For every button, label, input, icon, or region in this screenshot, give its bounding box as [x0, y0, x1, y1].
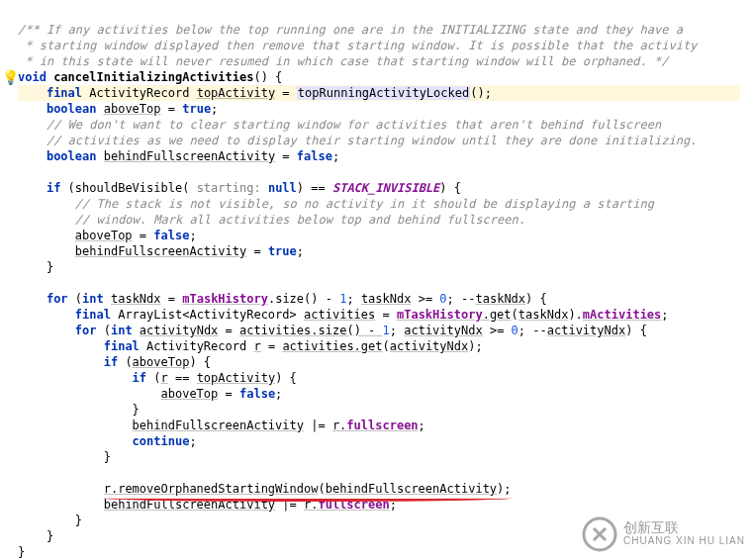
keyword-false: false: [297, 149, 332, 163]
field: mTaskHistory: [397, 308, 483, 322]
var: activityNdx: [140, 324, 218, 337]
text: =: [261, 339, 283, 353]
text: ) {: [525, 292, 547, 306]
text: ;: [189, 434, 196, 448]
brace: }: [75, 513, 82, 527]
var: aboveTop: [75, 229, 133, 242]
comment-line: // We don't want to clear starting windo…: [47, 118, 661, 132]
type: ActivityRecord: [89, 86, 189, 100]
keyword-void: void: [18, 70, 47, 84]
comment-line: // window. Mark all activities below top…: [75, 213, 525, 227]
brace: }: [47, 529, 53, 543]
number: 1: [383, 324, 390, 337]
text: (: [96, 324, 110, 337]
text: ;: [390, 324, 404, 337]
text: );: [468, 339, 482, 353]
logo-text-top: 创新互联: [623, 519, 679, 535]
var: aboveTop: [133, 355, 190, 369]
text: ; --: [518, 324, 547, 337]
brace: }: [18, 545, 25, 559]
comment-line: /** If any activities below the top runn…: [18, 23, 683, 37]
field: fullscreen: [346, 419, 418, 432]
text: (: [118, 355, 132, 369]
type: ArrayList<ActivityRecord>: [118, 308, 297, 322]
text: (: [383, 339, 390, 353]
text: ;: [346, 292, 360, 306]
logo-icon: [582, 516, 617, 552]
text: ;: [332, 149, 339, 163]
comment-line: * in this state will never resumed in wh…: [18, 54, 668, 68]
text: (: [318, 482, 325, 496]
keyword-if: if: [47, 181, 60, 195]
keyword-int: int: [111, 324, 133, 337]
var: topActivity: [197, 86, 275, 100]
method-call: activities.get: [282, 339, 382, 353]
field: mActivities: [583, 308, 661, 322]
text: ) {: [275, 371, 297, 385]
var: aboveTop: [104, 102, 161, 116]
keyword-boolean: boolean: [47, 149, 97, 163]
var: behindFullscreenActivity: [133, 419, 304, 432]
text: ;: [297, 244, 304, 258]
text: (: [512, 308, 518, 322]
var: behindFullscreenActivity: [104, 149, 275, 163]
keyword-final: final: [104, 339, 140, 353]
method-name: cancelInitializingActivities: [53, 70, 253, 84]
var: taskNdx: [111, 292, 161, 306]
text: =: [161, 292, 183, 306]
field: mTaskHistory: [182, 292, 268, 306]
text: .size() -: [268, 292, 339, 306]
var: r: [161, 371, 168, 385]
text: =: [218, 324, 239, 337]
method-call: shouldBeVisible: [75, 181, 182, 195]
number: 0: [439, 292, 446, 306]
keyword-final: final: [75, 308, 111, 322]
method-call: .get: [483, 308, 512, 322]
keyword-final: final: [47, 86, 82, 100]
text: ();: [470, 86, 492, 100]
text: =: [133, 229, 154, 242]
var: taskNdx: [518, 308, 569, 322]
text: ).: [568, 308, 582, 322]
keyword-false: false: [153, 229, 189, 242]
comment-line: // activities as we need to display thei…: [47, 134, 697, 147]
text: =: [275, 86, 297, 100]
var: aboveTop: [161, 387, 219, 401]
text: () {: [253, 70, 282, 84]
comment-line: // The stack is not visible, so no activ…: [75, 197, 654, 211]
text: );: [497, 482, 511, 496]
logo-text-bottom: CHUANG XIN HU LIAN: [623, 534, 745, 548]
text: ;: [419, 419, 425, 432]
keyword-for: for: [47, 292, 68, 306]
comment-line: * starting window displayed then remove …: [18, 39, 697, 52]
type: ActivityRecord: [146, 339, 246, 353]
var: activities: [304, 308, 375, 322]
text: (: [182, 181, 196, 195]
var: topActivity: [197, 371, 275, 385]
number: 0: [512, 324, 518, 337]
brace: }: [133, 403, 140, 417]
text: ; --: [447, 292, 476, 306]
intention-bulb-icon[interactable]: 💡: [2, 69, 19, 85]
keyword-continue: continue: [133, 434, 190, 448]
var: r: [253, 339, 260, 353]
method-call: r.removeOrphanedStartingWindow: [104, 482, 319, 496]
keyword-boolean: boolean: [47, 102, 97, 116]
var: activityNdx: [404, 324, 482, 337]
keyword-true: true: [268, 244, 297, 258]
text: ) {: [625, 324, 647, 337]
text: (: [60, 181, 74, 195]
keyword-int: int: [82, 292, 104, 306]
constant: STACK_INVISIBLE: [332, 181, 439, 195]
text: =: [246, 244, 268, 258]
text: (: [68, 292, 82, 306]
code-editor[interactable]: /** If any activities below the top runn…: [0, 0, 753, 560]
text: ) {: [439, 181, 461, 195]
text: =: [218, 387, 239, 401]
var: activityNdx: [547, 324, 625, 337]
keyword-for: for: [75, 324, 97, 337]
text: activities.size() -: [239, 324, 383, 337]
keyword-null: null: [268, 181, 297, 195]
text: ;: [275, 387, 282, 401]
text: >=: [483, 324, 512, 337]
